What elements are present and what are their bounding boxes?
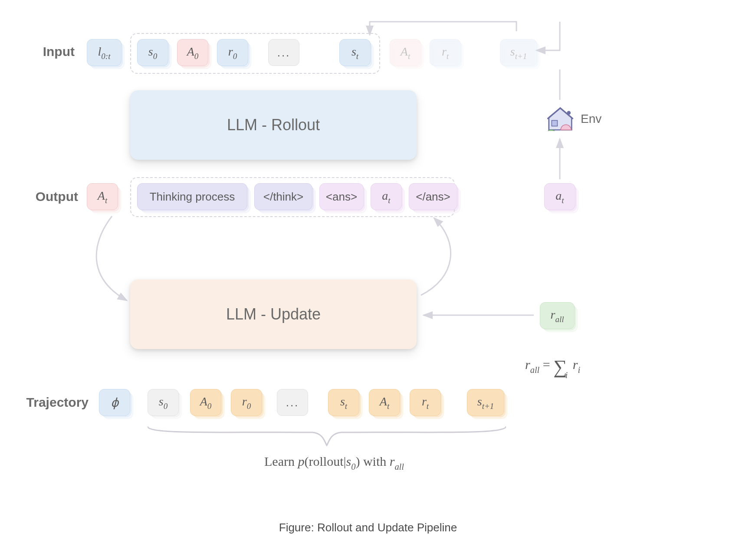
token-traj-r0: r0 xyxy=(231,389,262,416)
svg-point-1 xyxy=(567,111,571,115)
token-l: l0:t xyxy=(87,39,122,66)
equation-r_all: rall = ∑i ri xyxy=(525,356,647,378)
token-traj-st1: st+1 xyxy=(467,389,504,416)
label-env: Env xyxy=(581,112,601,126)
token-traj-rt: rt xyxy=(410,389,441,416)
brace-icon xyxy=(148,423,506,449)
token-r_all: rall xyxy=(540,302,575,329)
equation-learn: Learn p(rollout|s0) with rall xyxy=(217,454,451,471)
token-At-faded: At xyxy=(390,39,421,66)
token-phi: ϕ xyxy=(99,389,130,416)
token-traj-A0: A0 xyxy=(190,389,221,416)
token-s0: s0 xyxy=(137,39,168,66)
label-output: Output xyxy=(22,189,78,204)
house-icon xyxy=(545,103,575,134)
token-thinking-process: Thinking process xyxy=(137,183,247,210)
svg-rect-0 xyxy=(552,120,557,126)
diagram-stage: Input l0:t s0 A0 r0 ... st At rt st+1 LL… xyxy=(0,0,736,560)
panel-llm-update: LLM - Update xyxy=(130,280,417,349)
token-rt-faded: rt xyxy=(430,39,461,66)
token-a_t: at xyxy=(371,183,402,210)
token-st: st xyxy=(339,39,371,66)
figure-caption: Figure: Rollout and Update Pipeline xyxy=(0,521,736,534)
token-r0: r0 xyxy=(217,39,248,66)
label-trajectory: Trajectory xyxy=(10,395,89,410)
token-a_t-env: at xyxy=(544,183,575,210)
token-open-ans: <ans> xyxy=(319,183,364,210)
token-close-ans: </ans> xyxy=(409,183,457,210)
token-traj-At: At xyxy=(369,389,400,416)
token-traj-ellipsis: ... xyxy=(277,389,308,416)
token-output-At: At xyxy=(87,183,118,210)
token-A0: A0 xyxy=(177,39,208,66)
token-traj-st: st xyxy=(328,389,359,416)
token-input-ellipsis: ... xyxy=(268,39,299,66)
panel-llm-rollout: LLM - Rollout xyxy=(130,90,417,160)
token-close-think: </think> xyxy=(254,183,312,210)
token-st1-faded: st+1 xyxy=(500,39,537,66)
label-input: Input xyxy=(27,44,75,59)
token-traj-s0: s0 xyxy=(148,389,179,416)
